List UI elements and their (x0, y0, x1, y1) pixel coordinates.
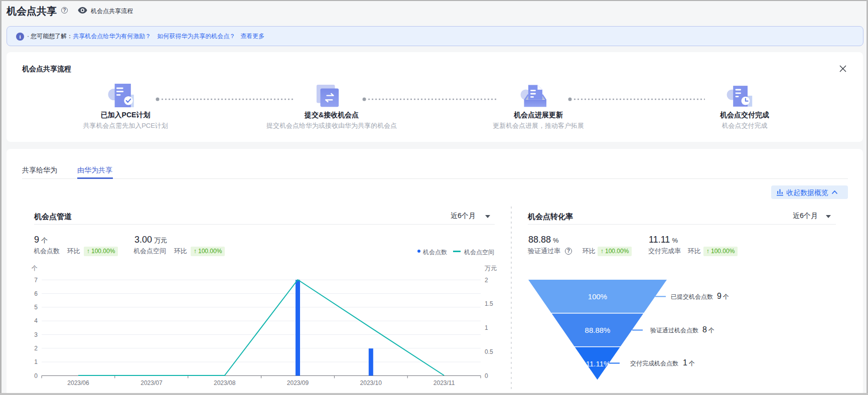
svg-text:2023/11: 2023/11 (433, 379, 455, 386)
svg-text:5: 5 (34, 304, 38, 311)
svg-text:4: 4 (34, 317, 38, 324)
svg-text:2: 2 (34, 345, 38, 352)
svg-text:万元: 万元 (485, 265, 497, 272)
svg-text:8: 8 (702, 325, 707, 334)
svg-text:2: 2 (485, 277, 488, 284)
svg-text:1: 1 (34, 358, 38, 365)
svg-text:9: 9 (717, 292, 721, 300)
svg-text:6: 6 (34, 290, 38, 297)
svg-text:验证通过机会点数: 验证通过机会点数 (650, 327, 698, 334)
svg-text:2023/09: 2023/09 (287, 379, 309, 386)
svg-text:已提交机会点数: 已提交机会点数 (671, 293, 713, 300)
svg-text:个: 个 (722, 293, 729, 300)
svg-text:1: 1 (485, 324, 488, 331)
svg-text:交付完成机会点数: 交付完成机会点数 (630, 360, 678, 367)
svg-text:11.11%: 11.11% (586, 359, 611, 368)
svg-text:2023/10: 2023/10 (360, 379, 382, 386)
svg-text:0.5: 0.5 (485, 348, 493, 355)
svg-text:7: 7 (34, 277, 38, 284)
svg-text:88.88%: 88.88% (585, 326, 611, 334)
svg-text:个: 个 (708, 327, 714, 334)
svg-text:0: 0 (34, 372, 38, 379)
svg-text:3: 3 (34, 331, 38, 338)
svg-text:1: 1 (683, 358, 687, 367)
svg-text:2023/06: 2023/06 (67, 379, 89, 386)
svg-text:个: 个 (688, 360, 695, 367)
svg-text:0: 0 (485, 372, 488, 379)
svg-text:2023/08: 2023/08 (214, 379, 236, 386)
svg-text:100%: 100% (588, 292, 607, 301)
svg-text:个: 个 (31, 265, 38, 272)
svg-text:2023/07: 2023/07 (140, 379, 163, 386)
svg-text:1.5: 1.5 (485, 300, 493, 307)
